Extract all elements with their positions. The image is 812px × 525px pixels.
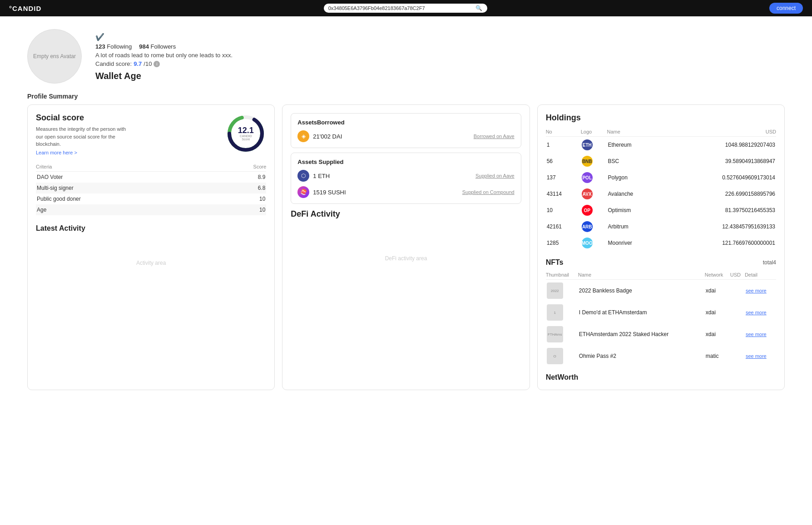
criteria-score: 10 bbox=[215, 204, 267, 215]
borrowed-asset-row: ◈ 21'002 DAI Borrowed on Aave bbox=[297, 130, 514, 142]
nft-detail[interactable]: see more bbox=[745, 323, 776, 345]
nft-detail[interactable]: see more bbox=[745, 345, 776, 367]
criteria-table: Criteria Score DAO Voter8.9Multi-sig sig… bbox=[36, 162, 266, 215]
nft-usd bbox=[730, 302, 745, 323]
holding-logo: MOO bbox=[581, 235, 607, 251]
criteria-row: DAO Voter8.9 bbox=[36, 171, 266, 183]
holding-name: Ethereum bbox=[607, 137, 663, 154]
holding-logo: BNB bbox=[581, 153, 607, 169]
nft-detail[interactable]: see more bbox=[745, 302, 776, 323]
candid-score: Candid score: 9.7 /10 i bbox=[95, 60, 233, 67]
nft-network: xdai bbox=[705, 302, 730, 323]
search-icon: 🔍 bbox=[475, 5, 482, 11]
criteria-score: 8.9 bbox=[215, 171, 267, 183]
eth-supplied-name: 1 ETH bbox=[313, 173, 330, 179]
holding-name: Arbitrum bbox=[607, 218, 663, 235]
info-icon[interactable]: i bbox=[153, 61, 160, 67]
social-score-card: Social score Measures the integrity of t… bbox=[27, 104, 275, 390]
supplied-sushi-row: 🍣 1519 SUSHI Supplied on Compound bbox=[297, 186, 514, 198]
holding-usd: 1048.988129207403 bbox=[663, 137, 776, 154]
holding-no: 137 bbox=[546, 169, 581, 186]
nft-name: Ohmie Pass #2 bbox=[578, 345, 705, 367]
following-count: 123 Following bbox=[95, 43, 132, 50]
criteria-name: DAO Voter bbox=[36, 171, 215, 183]
follow-row: 123 Following 984 Followers bbox=[95, 43, 233, 50]
criteria-header: Criteria bbox=[36, 162, 215, 172]
nft-usd bbox=[730, 345, 745, 367]
holding-logo: AVX bbox=[581, 186, 607, 202]
connect-button[interactable]: connect bbox=[769, 3, 803, 14]
holdings-row: 10 OP Optimism 81.39750216455353 bbox=[546, 202, 776, 218]
social-score-title: Social score bbox=[36, 113, 127, 123]
holding-name: Optimism bbox=[607, 202, 663, 218]
nft-col-usd: USD bbox=[730, 270, 745, 280]
holding-usd: 0.5276049609173014 bbox=[663, 169, 776, 186]
borrowed-link[interactable]: Borrowed on Aave bbox=[474, 134, 515, 139]
eth-supplied-icon: ⬡ bbox=[297, 170, 309, 182]
donut-chart: 12.1 CANDID Score bbox=[225, 113, 266, 154]
nft-network: xdai bbox=[705, 323, 730, 345]
nft-title: NFTs bbox=[546, 258, 564, 267]
assets-borrowed-title: AssetsBorrowed bbox=[297, 119, 514, 126]
assets-borrowed-section: AssetsBorrowed ◈ 21'002 DAI Borrowed on … bbox=[291, 113, 521, 204]
profile-top-row: ✔️ bbox=[95, 33, 233, 41]
social-score-left: Social score Measures the integrity of t… bbox=[36, 113, 127, 156]
holdings-row: 1285 MOO Moonriver 121.76697600000001 bbox=[546, 235, 776, 251]
holding-logo: ARB bbox=[581, 218, 607, 235]
logo: °CANDID bbox=[9, 5, 41, 12]
social-score-desc: Measures the integrity of the person wit… bbox=[36, 125, 127, 148]
holding-logo: OP bbox=[581, 202, 607, 218]
donut-label: 12.1 CANDID Score bbox=[236, 126, 256, 141]
wallet-age: Wallet Age bbox=[95, 71, 233, 81]
holdings-col-usd: USD bbox=[663, 127, 776, 137]
topbar: °CANDID 🔍 connect bbox=[0, 0, 812, 16]
holding-name: BSC bbox=[607, 153, 663, 169]
learn-more-link[interactable]: Learn more here > bbox=[36, 150, 77, 155]
social-score-header: Social score Measures the integrity of t… bbox=[36, 113, 266, 156]
criteria-name: Age bbox=[36, 204, 215, 215]
holdings-card: Holdings No Logo Name USD 1 ETH Ethereum… bbox=[537, 104, 785, 390]
search-input[interactable] bbox=[328, 5, 474, 11]
nft-detail[interactable]: see more bbox=[745, 280, 776, 302]
nft-total: total4 bbox=[763, 259, 776, 266]
score-header: Score bbox=[215, 162, 267, 172]
profile-summary-label: Profile Summary bbox=[0, 93, 812, 104]
nft-thumbnail: 2022 bbox=[546, 280, 578, 302]
criteria-name: Public good doner bbox=[36, 193, 215, 204]
nft-col-thumb: Thumbnail bbox=[546, 270, 578, 280]
holding-no: 10 bbox=[546, 202, 581, 218]
criteria-row: Age10 bbox=[36, 204, 266, 215]
criteria-score: 6.8 bbox=[215, 183, 267, 193]
holding-name: Avalanche bbox=[607, 186, 663, 202]
holding-usd: 12.438457951639133 bbox=[663, 218, 776, 235]
nft-network: xdai bbox=[705, 280, 730, 302]
holding-usd: 81.39750216455353 bbox=[663, 202, 776, 218]
holding-logo: POL bbox=[581, 169, 607, 186]
assets-borrowed-box: AssetsBorrowed ◈ 21'002 DAI Borrowed on … bbox=[291, 113, 521, 148]
nft-section-header: NFTs total4 bbox=[546, 258, 776, 267]
profile-info: ✔️ 123 Following 984 Followers A lot of … bbox=[95, 29, 233, 81]
holding-name: Moonriver bbox=[607, 235, 663, 251]
nft-row: FTHAms ETHAmsterdam 2022 Staked Hacker x… bbox=[546, 323, 776, 345]
nft-name: ETHAmsterdam 2022 Staked Hacker bbox=[578, 323, 705, 345]
activity-area: Activity area bbox=[36, 260, 266, 284]
sushi-icon: 🍣 bbox=[297, 186, 309, 198]
defi-activity-title: DeFi Activity bbox=[291, 209, 521, 219]
nft-row: 2022 2022 Bankless Badge xdai see more bbox=[546, 280, 776, 302]
holdings-row: 43114 AVX Avalanche 226.6990158895796 bbox=[546, 186, 776, 202]
eth-supplied-link[interactable]: Supplied on Aave bbox=[475, 173, 515, 178]
nft-table: Thumbnail Name Network USD Detail 2022 2… bbox=[546, 270, 776, 367]
defi-card: AssetsBorrowed ◈ 21'002 DAI Borrowed on … bbox=[282, 104, 530, 390]
search-bar[interactable]: 🔍 bbox=[324, 4, 487, 13]
defi-activity-area: DeFi activity area bbox=[291, 255, 521, 262]
holdings-row: 137 POL Polygon 0.5276049609173014 bbox=[546, 169, 776, 186]
holdings-row: 56 BNB BSC 39.58904913868947 bbox=[546, 153, 776, 169]
sushi-supplied-link[interactable]: Supplied on Compound bbox=[462, 189, 515, 195]
score-value: 9.7 bbox=[134, 60, 142, 67]
nft-usd bbox=[730, 280, 745, 302]
holdings-row: 1 ETH Ethereum 1048.988129207403 bbox=[546, 137, 776, 154]
holding-no: 42161 bbox=[546, 218, 581, 235]
holdings-row: 42161 ARB Arbitrum 12.438457951639133 bbox=[546, 218, 776, 235]
assets-supplied-box: Assets Supplied ⬡ 1 ETH Supplied on Aave… bbox=[291, 153, 521, 204]
sushi-supplied-name: 1519 SUSHI bbox=[313, 189, 346, 196]
